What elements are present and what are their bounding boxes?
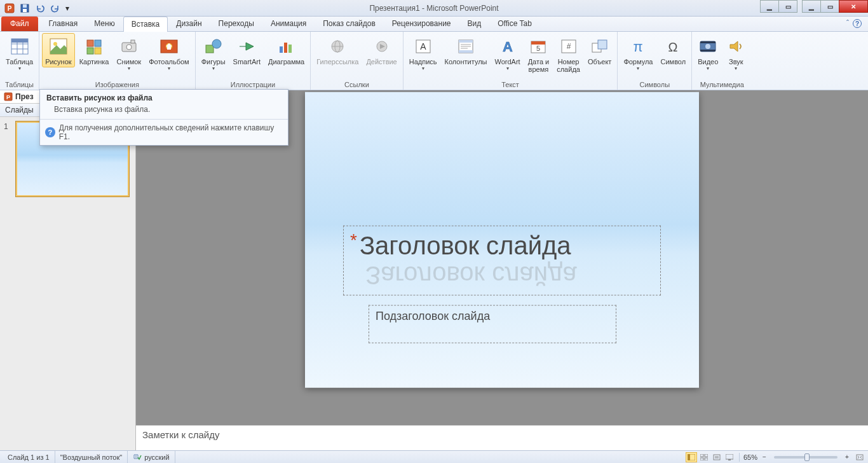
maximize-button[interactable]: ▭ — [820, 0, 839, 13]
clipart-icon — [84, 36, 104, 57]
tab-review[interactable]: Рецензирование — [384, 16, 459, 31]
minimize-button[interactable]: ▁ — [802, 0, 821, 13]
tooltip-insert-picture: Вставить рисунок из файла Вставка рисунк… — [39, 89, 288, 146]
table-button[interactable]: Таблица▾ — [3, 33, 36, 73]
datetime-button[interactable]: 5 Дата и время — [525, 33, 553, 75]
svg-rect-10 — [11, 39, 28, 43]
redo-icon[interactable] — [48, 1, 62, 15]
textbox-button[interactable]: A Надпись▾ — [406, 33, 440, 73]
audio-button[interactable]: Звук▾ — [722, 33, 749, 73]
zoom-in-button[interactable]: + — [841, 452, 853, 462]
ribbon: Таблица▾ Таблицы Рисунок Картинка Снимок… — [0, 32, 868, 90]
minimize-ribbon-icon[interactable]: ˆ — [846, 19, 849, 28]
app-icon[interactable]: P — [3, 1, 17, 15]
powerpoint-file-icon: P — [4, 92, 13, 101]
screenshot-button[interactable]: Снимок▾ — [113, 33, 144, 73]
group-links-label: Ссылки — [313, 79, 400, 90]
clipart-button[interactable]: Картинка — [76, 33, 112, 67]
svg-rect-25 — [284, 43, 287, 53]
title-reflection: Заголовок слайда — [365, 261, 577, 289]
tab-insert[interactable]: Вставка — [123, 17, 168, 32]
status-slide-count[interactable]: Слайд 1 из 1 — [3, 451, 55, 463]
wordart-icon: A — [498, 36, 518, 57]
save-icon[interactable] — [18, 1, 32, 15]
window-title: Презентация1 - Microsoft PowerPoint — [369, 4, 498, 13]
thumbnails-list[interactable]: 1 — [0, 117, 135, 450]
notes-pane[interactable]: Заметки к слайду — [136, 425, 868, 450]
svg-rect-4 — [23, 9, 27, 12]
zoom-slider-thumb[interactable] — [804, 453, 810, 461]
svg-rect-35 — [459, 50, 473, 53]
tooltip-footer: ? Для получения дополнительных сведений … — [40, 119, 288, 145]
view-slideshow-icon[interactable] — [724, 452, 735, 462]
fit-window-button[interactable] — [854, 452, 865, 462]
window-controls: ▁ ▭ ▁ ▭ ✕ — [761, 0, 868, 13]
svg-point-23 — [212, 39, 221, 48]
undo-icon[interactable] — [33, 1, 47, 15]
qat-dropdown-icon[interactable]: ▾ — [64, 1, 71, 15]
svg-rect-22 — [206, 45, 214, 53]
zoom-slider[interactable] — [774, 456, 837, 459]
status-theme[interactable]: "Воздушный поток" — [55, 451, 128, 463]
screenshot-icon — [119, 36, 139, 57]
quick-access-toolbar: P ▾ — [0, 1, 71, 15]
svg-rect-58 — [705, 454, 708, 457]
view-normal-icon[interactable] — [686, 452, 697, 462]
chart-icon — [276, 36, 297, 57]
ribbon-minimize-button[interactable]: ▁ — [760, 0, 779, 13]
help-icon[interactable]: ? — [853, 19, 862, 28]
picture-button[interactable]: Рисунок — [42, 33, 75, 67]
tab-file[interactable]: Файл — [1, 17, 38, 31]
group-tables: Таблица▾ Таблицы — [0, 32, 39, 90]
tab-slideshow[interactable]: Показ слайдов — [315, 16, 384, 31]
slide-subtitle-text: Подзаголовок слайда — [376, 310, 490, 322]
equation-button[interactable]: π Формула▾ — [620, 33, 656, 73]
svg-rect-50 — [700, 41, 715, 43]
group-text-label: Текст — [406, 79, 615, 90]
title-placeholder[interactable]: * Заголовок слайда Заголовок слайда — [343, 226, 661, 296]
slidenumber-button[interactable]: # Номер слайда — [553, 33, 583, 75]
tab-slides-panel[interactable]: Слайды — [5, 106, 34, 114]
svg-text:A: A — [503, 39, 513, 55]
video-button[interactable]: Видео▾ — [695, 33, 721, 73]
object-icon — [590, 36, 610, 57]
group-illustrations: Фигуры▾ SmartArt Диаграмма Иллюстрации — [196, 32, 311, 90]
wordart-button[interactable]: A WordArt▾ — [492, 33, 524, 73]
object-button[interactable]: Объект — [585, 33, 614, 67]
tab-animations[interactable]: Анимация — [262, 16, 315, 31]
view-reading-icon[interactable] — [711, 452, 722, 462]
smartart-button[interactable]: SmartArt — [230, 33, 264, 67]
svg-rect-46 — [598, 40, 607, 49]
svg-text:P: P — [6, 94, 10, 100]
group-media: Видео▾ Звук▾ Мультимедиа — [692, 32, 752, 90]
symbol-button[interactable]: Ω Символ — [657, 33, 689, 67]
status-language[interactable]: русский — [128, 451, 175, 463]
svg-point-52 — [705, 44, 710, 49]
svg-text:#: # — [566, 42, 571, 51]
shapes-button[interactable]: Фигуры▾ — [198, 33, 229, 73]
subtitle-placeholder[interactable]: Подзаголовок слайда — [369, 305, 616, 343]
headerfooter-button[interactable]: Колонтитулы — [442, 33, 491, 67]
headerfooter-icon — [456, 36, 476, 57]
view-sorter-icon[interactable] — [698, 452, 710, 462]
tab-officetab[interactable]: Office Tab — [489, 16, 540, 31]
chart-button[interactable]: Диаграмма — [265, 33, 308, 67]
group-symbols: π Формула▾ Ω Символ Символы — [618, 32, 692, 90]
tab-menu[interactable]: Меню — [86, 16, 123, 31]
zoom-level[interactable]: 65% — [743, 453, 757, 461]
photoalbum-button[interactable]: Фотоальбом▾ — [146, 33, 193, 73]
svg-rect-26 — [288, 45, 292, 53]
tab-home[interactable]: Главная — [41, 16, 86, 31]
table-icon — [10, 36, 30, 57]
audio-icon — [726, 36, 746, 57]
tab-transitions[interactable]: Переходы — [210, 16, 262, 31]
zoom-out-button[interactable]: − — [759, 452, 770, 462]
tab-view[interactable]: Вид — [459, 16, 490, 31]
group-images-label: Изображения — [42, 79, 193, 90]
slide[interactable]: * Заголовок слайда Заголовок слайда Подз… — [305, 92, 699, 388]
ribbon-restore-button[interactable]: ▭ — [778, 0, 797, 13]
tab-design[interactable]: Дизайн — [168, 16, 210, 31]
smartart-icon — [236, 36, 257, 57]
close-button[interactable]: ✕ — [839, 0, 868, 13]
svg-rect-16 — [95, 48, 101, 54]
